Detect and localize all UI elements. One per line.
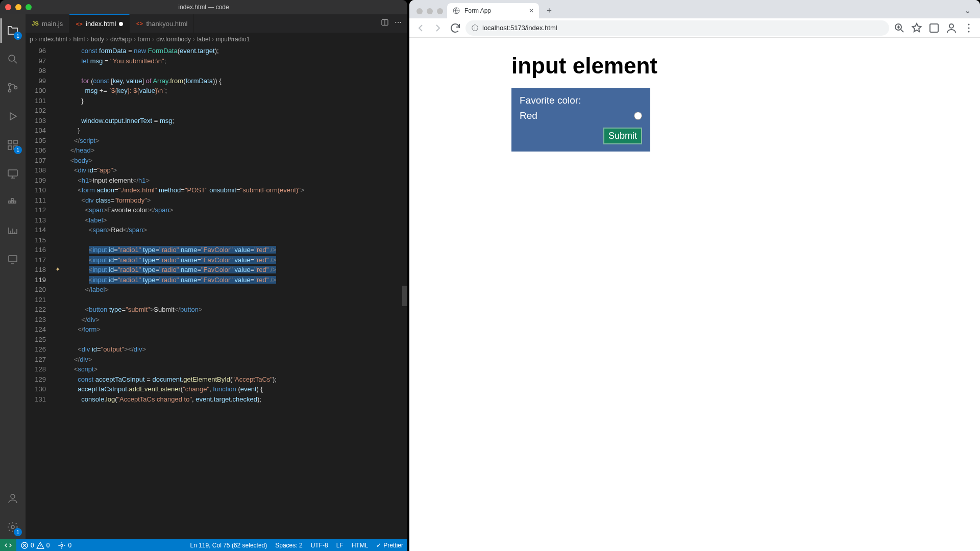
code-line[interactable] bbox=[54, 295, 402, 305]
zoom-window-icon[interactable] bbox=[26, 4, 32, 10]
svg-rect-10 bbox=[11, 201, 13, 203]
code-line[interactable]: acceptTaCsInput.addEventListener("change… bbox=[54, 384, 402, 394]
scrollbar[interactable] bbox=[402, 46, 407, 539]
code-line[interactable]: <input id="radio1" type="radio" name="Fa… bbox=[54, 275, 402, 285]
breadcrumb-item[interactable]: div#app bbox=[110, 36, 132, 43]
code-line[interactable]: <button type="submit">Submit</button> bbox=[54, 305, 402, 315]
search-icon[interactable] bbox=[1, 47, 25, 71]
status-language[interactable]: HTML bbox=[348, 539, 373, 551]
source-control-icon[interactable] bbox=[1, 76, 25, 100]
code-line[interactable]: const acceptTaCsInput = document.getElem… bbox=[54, 374, 402, 385]
site-info-icon[interactable]: ⓘ bbox=[472, 23, 478, 33]
breadcrumb-item[interactable]: label bbox=[197, 36, 210, 43]
code-editor[interactable]: 9697989910010110210310410510610710810911… bbox=[26, 46, 407, 539]
run-debug-icon[interactable] bbox=[1, 104, 25, 129]
new-tab-icon[interactable]: ＋ bbox=[542, 3, 556, 17]
reload-icon[interactable] bbox=[448, 21, 462, 35]
extensions-icon[interactable]: 1 bbox=[1, 133, 25, 157]
more-actions-icon[interactable] bbox=[394, 18, 402, 29]
status-cursor[interactable]: Ln 119, Col 75 (62 selected) bbox=[186, 539, 271, 551]
code-line[interactable]: <div class="formbody"> bbox=[54, 195, 402, 206]
menu-kebab-icon[interactable] bbox=[962, 21, 976, 35]
close-window-icon[interactable] bbox=[5, 4, 11, 10]
breadcrumb-item[interactable]: form bbox=[138, 36, 150, 43]
tab-close-icon[interactable]: ✕ bbox=[529, 7, 534, 14]
status-prettier[interactable]: ✓ Prettier bbox=[372, 539, 407, 551]
breadcrumb-item[interactable]: html bbox=[73, 36, 85, 43]
forward-icon[interactable] bbox=[431, 21, 445, 35]
tabs-dropdown-icon[interactable]: ⌄ bbox=[959, 6, 976, 18]
breadcrumb-item[interactable]: input#radio1 bbox=[216, 36, 250, 43]
explorer-icon[interactable]: 1 bbox=[1, 18, 25, 43]
breadcrumbs[interactable]: p›index.html›html›body›div#app›form›div.… bbox=[26, 33, 407, 46]
code-area[interactable]: ⌶ const formData = new FormData(event.ta… bbox=[54, 46, 402, 539]
status-ports[interactable]: 0 bbox=[54, 539, 76, 551]
breadcrumb-item[interactable]: index.html bbox=[39, 36, 67, 43]
breadcrumb-item[interactable]: body bbox=[91, 36, 104, 43]
code-line[interactable]: let msg = "You submitted:\n"; bbox=[54, 56, 402, 66]
back-icon[interactable] bbox=[413, 21, 428, 35]
scroll-thumb[interactable] bbox=[402, 286, 407, 306]
address-bar[interactable]: ⓘ localhost:5173/index.html bbox=[465, 20, 889, 36]
code-line[interactable]: </label> bbox=[54, 285, 402, 295]
code-line[interactable]: <input id="radio1" type="radio" name="Fa… bbox=[54, 265, 402, 275]
status-spaces[interactable]: Spaces: 2 bbox=[271, 539, 306, 551]
code-line[interactable]: msg += `${key}: ${value}\n`; bbox=[54, 86, 402, 96]
minimize-window-icon[interactable] bbox=[15, 4, 21, 10]
split-editor-icon[interactable] bbox=[381, 18, 389, 29]
code-line[interactable] bbox=[54, 106, 402, 116]
browser-tab[interactable]: Form App ✕ bbox=[447, 3, 539, 18]
code-line[interactable]: </div> bbox=[54, 355, 402, 365]
code-line[interactable]: <div id="app"> bbox=[54, 165, 402, 176]
browser-minimize-icon[interactable] bbox=[427, 8, 433, 14]
code-line[interactable]: <form action="./index.html" method="POST… bbox=[54, 185, 402, 195]
remote-indicator-icon[interactable] bbox=[0, 539, 16, 551]
browser-close-icon[interactable] bbox=[416, 8, 423, 14]
code-line[interactable]: <input id="radio1" type="radio" name="Fa… bbox=[54, 245, 402, 255]
code-line[interactable]: <span>Favorite color:</span> bbox=[54, 205, 402, 215]
code-line[interactable]: <script> bbox=[54, 364, 402, 374]
code-line[interactable]: <span>Red</span> bbox=[54, 225, 402, 235]
editor-tab-thankyou-html[interactable]: <>thankyou.html bbox=[130, 14, 194, 33]
status-errors[interactable]: 0 0 bbox=[16, 539, 54, 551]
code-line[interactable]: } bbox=[54, 96, 402, 106]
code-line[interactable] bbox=[54, 66, 402, 76]
code-line[interactable]: </form> bbox=[54, 324, 402, 335]
docker-icon[interactable] bbox=[1, 190, 25, 214]
live-share-icon[interactable] bbox=[1, 247, 25, 271]
code-line[interactable]: <h1>input element</h1> bbox=[54, 176, 402, 186]
code-line[interactable]: console.log("AcceptTaCs changed to", eve… bbox=[54, 394, 402, 405]
extensions-puzzle-icon[interactable] bbox=[927, 21, 941, 35]
code-line[interactable]: window.output.innerText = msg; bbox=[54, 116, 402, 126]
code-line[interactable]: <input id="radio1" type="radio" name="Fa… bbox=[54, 255, 402, 265]
lightbulb-icon[interactable]: ✦ bbox=[55, 265, 60, 275]
profile-avatar-icon[interactable] bbox=[944, 21, 959, 35]
code-line[interactable]: </script> bbox=[54, 136, 402, 146]
code-line[interactable]: <label> bbox=[54, 215, 402, 226]
code-line[interactable]: </head> bbox=[54, 145, 402, 156]
bookmark-star-icon[interactable] bbox=[910, 21, 924, 35]
code-line[interactable]: const formData = new FormData(event.targ… bbox=[54, 46, 402, 56]
code-line[interactable]: </div> bbox=[54, 315, 402, 325]
settings-badge: 1 bbox=[14, 528, 22, 536]
settings-gear-icon[interactable]: 1 bbox=[1, 515, 25, 539]
editor-tab-main-js[interactable]: JSmain.js bbox=[26, 14, 69, 33]
breadcrumb-item[interactable]: p bbox=[30, 36, 33, 43]
account-icon[interactable] bbox=[1, 486, 25, 511]
remote-explorer-icon[interactable] bbox=[1, 161, 25, 186]
zoom-icon[interactable] bbox=[892, 21, 906, 35]
code-line[interactable]: <div id="output"></div> bbox=[54, 344, 402, 355]
radio-red[interactable] bbox=[634, 112, 642, 120]
graph-icon[interactable] bbox=[1, 218, 25, 243]
submit-button[interactable]: Submit bbox=[603, 128, 642, 144]
code-line[interactable]: for (const [key, value] of Array.from(fo… bbox=[54, 76, 402, 86]
editor-tab-index-html[interactable]: <>index.html bbox=[69, 14, 130, 33]
code-line[interactable] bbox=[54, 335, 402, 345]
code-line[interactable] bbox=[54, 235, 402, 245]
breadcrumb-item[interactable]: div.formbody bbox=[156, 36, 191, 43]
status-encoding[interactable]: UTF-8 bbox=[307, 539, 332, 551]
code-line[interactable]: } bbox=[54, 126, 402, 136]
code-line[interactable]: <body> bbox=[54, 156, 402, 166]
status-eol[interactable]: LF bbox=[332, 539, 348, 551]
browser-zoom-icon[interactable] bbox=[437, 8, 443, 14]
